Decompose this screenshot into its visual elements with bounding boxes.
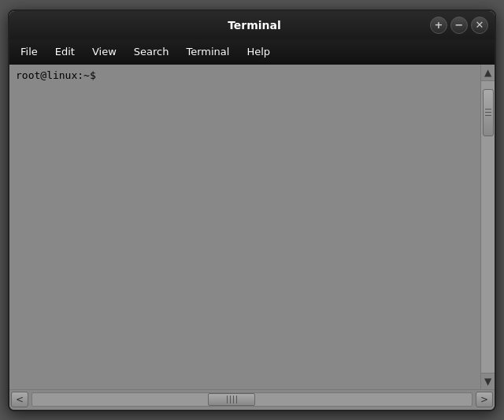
scroll-left-button[interactable]: < [11,392,28,407]
terminal-body[interactable]: root@linux:~$ [9,65,480,389]
hscroll-track[interactable] [32,392,472,407]
scroll-left-icon: < [16,394,24,405]
hthumb-line-4 [236,396,237,403]
thumb-line-2 [485,112,491,113]
thumb-line-3 [485,115,491,116]
menu-terminal[interactable]: Terminal [178,43,237,61]
hscroll-thumb[interactable] [208,393,255,406]
hthumb-line-1 [227,396,228,403]
minimize-button[interactable]: − [450,17,468,34]
hthumb-line-2 [230,396,231,403]
menu-view[interactable]: View [84,43,124,61]
hthumb-line-3 [233,396,234,403]
add-tab-button[interactable]: + [430,17,447,34]
scroll-down-icon: ▼ [484,376,491,387]
terminal-window: Terminal + − ✕ File Edit View Search Ter… [8,9,496,411]
vscroll-thumb[interactable] [483,89,494,136]
scroll-right-icon: > [480,394,488,405]
scroll-down-button[interactable]: ▼ [481,374,495,389]
horizontal-scrollbar: < > [9,389,495,410]
thumb-grip [485,109,491,116]
window-controls: + − ✕ [430,17,488,34]
window-title: Terminal [79,19,430,32]
scroll-right-button[interactable]: > [476,392,493,407]
menu-help[interactable]: Help [239,43,278,61]
thumb-line-1 [485,109,491,110]
menu-edit[interactable]: Edit [47,43,83,61]
terminal-prompt: root@linux:~$ [16,69,474,81]
close-button[interactable]: ✕ [471,17,488,34]
content-area: root@linux:~$ ▲ ▼ [9,65,495,389]
menubar: File Edit View Search Terminal Help [9,39,495,65]
titlebar: Terminal + − ✕ [9,11,495,39]
menu-search[interactable]: Search [126,43,177,61]
vscroll-track[interactable] [481,80,495,374]
scroll-up-icon: ▲ [484,67,491,78]
menu-file[interactable]: File [13,43,46,61]
vertical-scrollbar: ▲ ▼ [480,65,495,389]
scroll-up-button[interactable]: ▲ [481,65,495,80]
